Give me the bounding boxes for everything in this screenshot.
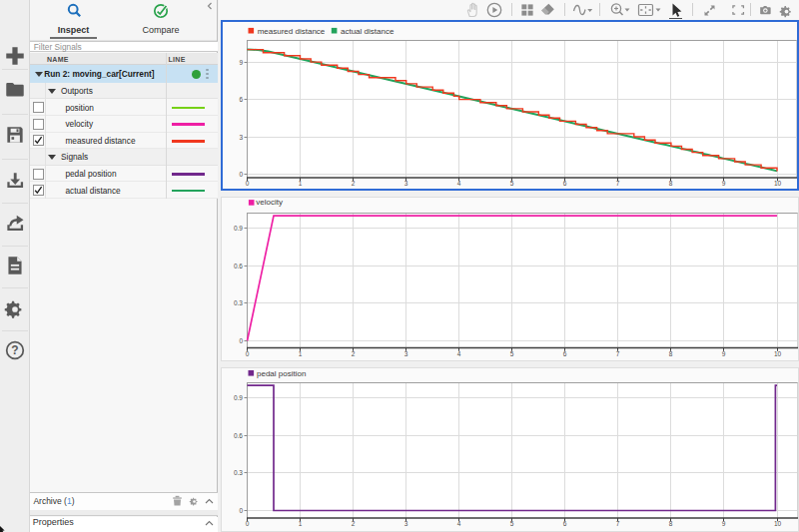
svg-text:0.9: 0.9 [234, 394, 243, 401]
svg-text:9: 9 [722, 520, 726, 527]
svg-text:0: 0 [246, 180, 250, 187]
svg-text:0: 0 [239, 171, 243, 178]
svg-text:0.3: 0.3 [234, 469, 243, 476]
svg-text:4: 4 [457, 180, 461, 187]
svg-text:6: 6 [563, 520, 567, 527]
svg-text:3: 3 [404, 520, 408, 527]
svg-text:3: 3 [404, 350, 408, 357]
svg-text:5: 5 [510, 180, 514, 187]
svg-text:5: 5 [510, 350, 514, 357]
svg-text:8: 8 [669, 520, 673, 527]
svg-text:0: 0 [239, 337, 243, 344]
svg-text:1: 1 [299, 180, 303, 187]
svg-text:0.6: 0.6 [234, 432, 243, 439]
svg-text:6: 6 [563, 180, 567, 187]
svg-text:10: 10 [774, 180, 782, 187]
svg-text:pedal position: pedal position [257, 369, 306, 378]
svg-text:2: 2 [352, 520, 356, 527]
svg-text:9: 9 [239, 59, 243, 66]
svg-text:1: 1 [299, 520, 303, 527]
svg-text:8: 8 [669, 180, 673, 187]
svg-text:7: 7 [616, 520, 620, 527]
svg-text:2: 2 [352, 180, 356, 187]
svg-text:10: 10 [774, 350, 782, 357]
svg-text:0: 0 [239, 507, 243, 514]
svg-text:9: 9 [722, 180, 726, 187]
svg-text:3: 3 [239, 134, 243, 141]
svg-text:5: 5 [510, 520, 514, 527]
svg-text:0.6: 0.6 [234, 263, 243, 269]
svg-text:3: 3 [404, 180, 408, 187]
svg-text:4: 4 [457, 520, 461, 527]
svg-text:4: 4 [457, 350, 461, 357]
svg-text:?: ? [11, 343, 18, 357]
svg-text:6: 6 [239, 96, 243, 103]
svg-text:velocity: velocity [256, 198, 283, 207]
svg-text:actual distance: actual distance [341, 27, 395, 36]
svg-text:2: 2 [352, 350, 356, 357]
svg-text:0: 0 [246, 350, 250, 357]
svg-text:0: 0 [246, 520, 250, 527]
svg-text:measured distance: measured distance [258, 27, 326, 36]
svg-text:6: 6 [563, 350, 567, 357]
svg-text:8: 8 [669, 350, 673, 357]
svg-text:7: 7 [616, 350, 620, 357]
svg-text:0.9: 0.9 [234, 225, 243, 232]
svg-text:9: 9 [722, 350, 726, 357]
svg-text:1: 1 [299, 350, 303, 357]
svg-text:0.3: 0.3 [234, 299, 243, 306]
svg-text:7: 7 [616, 180, 620, 187]
svg-text:10: 10 [774, 520, 782, 527]
